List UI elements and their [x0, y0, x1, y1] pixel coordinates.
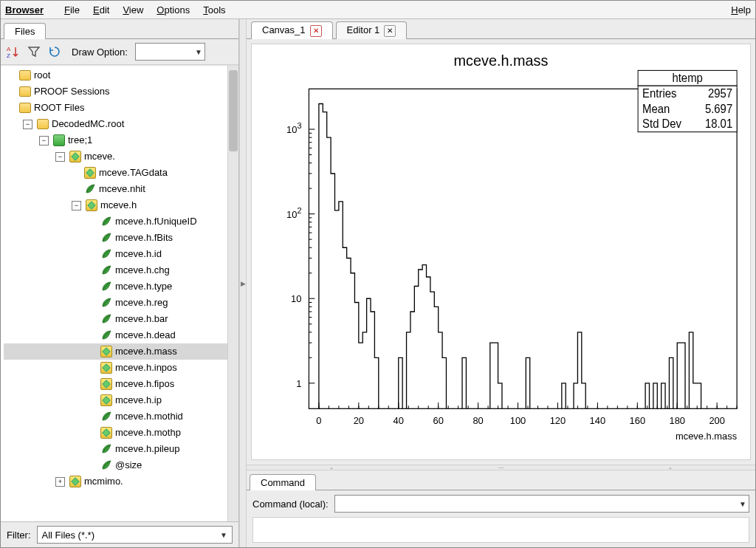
draw-option-label: Draw Option: [72, 47, 128, 58]
svg-text:0: 0 [316, 415, 321, 426]
menu-view[interactable]: View [123, 4, 143, 16]
folder-icon [19, 69, 31, 81]
collapse-icon[interactable]: − [39, 136, 49, 145]
tree-node-label: tree;1 [68, 132, 92, 148]
tree-node[interactable]: mceve.h.pileup [4, 441, 227, 457]
menu-edit[interactable]: Edit [93, 4, 109, 16]
tree-node[interactable]: mceve.h.id [4, 246, 227, 262]
hsplitter[interactable]: ⌄····⌄ [247, 465, 755, 470]
command-label: Command (local): [252, 499, 329, 510]
tree-node[interactable]: mceve.h.type [4, 278, 227, 295]
tree-node-label: mceve.h.mothid [115, 408, 183, 425]
svg-text:200: 200 [709, 415, 725, 426]
collapse-icon[interactable]: − [55, 152, 65, 162]
tree-node-label: mceve.h.pileup [115, 441, 179, 457]
svg-text:Mean: Mean [642, 102, 670, 114]
menu-file[interactable]: File [64, 4, 80, 16]
tree-node-label: mceve.h.bar [115, 311, 168, 327]
tree-node[interactable]: −tree;1 [4, 132, 227, 148]
tree-node[interactable]: mceve.TAGdata [4, 165, 227, 181]
svg-text:60: 60 [433, 415, 444, 426]
draw-option-select[interactable]: ▼ [135, 43, 205, 61]
vsplitter[interactable]: ▶ [239, 19, 247, 547]
collapse-icon[interactable]: − [72, 201, 81, 210]
tree-node[interactable]: mceve.h.fipos [4, 376, 227, 392]
chevron-down-icon: ▼ [739, 500, 746, 508]
tree-node[interactable]: mceve.h.fUniqueID [4, 213, 227, 230]
svg-text:Std Dev: Std Dev [642, 117, 681, 130]
tree-node[interactable]: mceve.h.chg [4, 262, 227, 278]
rootfile-icon [37, 118, 49, 130]
tree-node[interactable]: −mceve. [4, 148, 227, 165]
tree-node[interactable]: +mcmimo. [4, 473, 227, 490]
menu-browser[interactable]: Browser [5, 4, 44, 16]
leaf-icon [84, 183, 96, 195]
tree-node[interactable]: mceve.h.mothid [4, 408, 227, 425]
tree-node[interactable]: ROOT Files [4, 100, 227, 116]
svg-text:20: 20 [354, 415, 364, 426]
tree-node[interactable]: mceve.h.mothp [4, 425, 227, 441]
tree-node[interactable]: mceve.h.ip [4, 392, 227, 408]
tree-node[interactable]: mceve.h.inpos [4, 360, 227, 376]
tab-command[interactable]: Command [250, 474, 316, 490]
tree-node-label: mceve.h.type [115, 278, 172, 295]
tree-node-label: mceve.h.fipos [115, 376, 174, 392]
svg-text:1: 1 [296, 378, 301, 389]
close-icon[interactable]: ✕ [384, 25, 396, 37]
collapse-icon[interactable]: − [23, 120, 32, 129]
tree-node[interactable]: PROOF Sessions [4, 83, 227, 100]
tree-node[interactable]: mceve.nhit [4, 181, 227, 197]
menu-help[interactable]: Help [731, 4, 751, 16]
leaf-icon [100, 232, 112, 244]
tree-node-label: mcmimo. [84, 473, 123, 490]
tree-node[interactable]: mceve.h.mass [4, 343, 227, 360]
tab-files[interactable]: Files [4, 23, 46, 39]
canvas-area[interactable]: mceve.h.mass0204060801001201401601802001… [251, 44, 751, 460]
tree-node[interactable]: @size [4, 457, 227, 473]
tree-vscrollbar[interactable] [227, 66, 238, 521]
menubar: Browser FileEditViewOptionsTools Help [1, 1, 755, 19]
file-tree[interactable]: rootPROOF SessionsROOT Files−DecodedMC.r… [1, 66, 227, 521]
svg-text:100: 100 [510, 415, 526, 426]
leaf-icon [100, 281, 112, 292]
refresh-icon[interactable] [48, 45, 61, 58]
close-icon[interactable]: ✕ [310, 25, 322, 37]
filter-select[interactable]: All Files (*.*) ▼ [37, 526, 233, 544]
leaf-icon [100, 248, 112, 260]
branch-icon [100, 378, 112, 390]
tree-node[interactable]: mceve.h.reg [4, 295, 227, 311]
branch-icon [69, 476, 81, 487]
menu-tools[interactable]: Tools [203, 4, 225, 16]
branch-icon [69, 151, 81, 162]
tree-node[interactable]: mceve.h.fBits [4, 230, 227, 246]
menu-options[interactable]: Options [157, 4, 190, 16]
tree-node[interactable]: −mceve.h [4, 197, 227, 213]
tree-node-label: mceve.h.dead [115, 327, 176, 343]
command-output[interactable] [252, 517, 749, 543]
tab-canvas_1[interactable]: Canvas_1✕ [251, 21, 333, 39]
leaf-icon [100, 329, 112, 341]
svg-text:180: 180 [669, 415, 685, 426]
svg-text:Entries: Entries [642, 86, 677, 99]
tree-node-label: mceve.h.fBits [115, 230, 173, 246]
tree-node-label: mceve.h.chg [115, 262, 170, 278]
tree-node[interactable]: −DecodedMC.root [4, 116, 227, 132]
tree-node[interactable]: mceve.h.dead [4, 327, 227, 343]
stats-box: htempEntries2957Mean5.697Std Dev18.01 [638, 70, 737, 131]
command-input[interactable]: ▼ [334, 495, 749, 513]
tab-editor-1[interactable]: Editor 1✕ [336, 21, 408, 39]
filter-icon[interactable] [27, 45, 41, 58]
expand-icon[interactable]: + [55, 477, 65, 487]
sort-alpha-icon[interactable]: AZ [7, 45, 20, 58]
tree-node[interactable]: root [4, 67, 227, 83]
tree-node-label: root [34, 67, 50, 83]
svg-text:160: 160 [630, 415, 646, 426]
branch-icon [86, 199, 97, 211]
chevron-down-icon: ▼ [195, 48, 202, 56]
folder-icon [19, 102, 31, 114]
command-panel: Command Command (local): ▼ [247, 470, 755, 547]
leaf-icon [100, 459, 112, 471]
tree-node[interactable]: mceve.h.bar [4, 311, 227, 327]
svg-text:18.01: 18.01 [705, 117, 732, 130]
tree-node-label: mceve.h.reg [115, 295, 168, 311]
